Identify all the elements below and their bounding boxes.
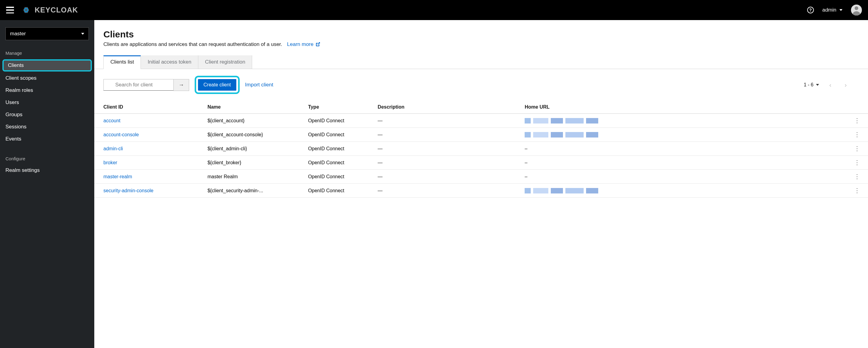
col-type: Type: [303, 101, 373, 114]
next-page-icon[interactable]: ›: [841, 82, 850, 89]
client-name: ${client_account-console}: [203, 128, 303, 142]
home-url-redacted: [525, 188, 841, 193]
client-name: master Realm: [203, 170, 303, 184]
kebab-menu-icon[interactable]: ⋮: [851, 187, 863, 194]
kebab-menu-icon[interactable]: ⋮: [851, 117, 863, 124]
client-id-link[interactable]: account-console: [103, 132, 139, 137]
sidebar-item-events[interactable]: Events: [0, 133, 94, 145]
home-url-empty: –: [525, 146, 527, 151]
table-row: account${client_account}OpenID Connect—⋮: [94, 114, 868, 128]
client-type: OpenID Connect: [303, 170, 373, 184]
user-name: admin: [823, 7, 836, 13]
client-name: ${client_broker}: [203, 156, 303, 170]
home-url-empty: –: [525, 160, 527, 165]
home-url-redacted: [525, 118, 841, 124]
client-description: —: [373, 184, 520, 198]
main-content: Clients Clients are applications and ser…: [94, 20, 868, 348]
client-type: OpenID Connect: [303, 142, 373, 156]
col-name: Name: [203, 101, 303, 114]
arrow-right-icon: →: [179, 82, 184, 88]
sidebar-item-realm-roles[interactable]: Realm roles: [0, 84, 94, 96]
home-url-redacted: [525, 132, 841, 137]
table-header-row: Client ID Name Type Description Home URL: [94, 101, 868, 114]
realm-name: master: [10, 31, 26, 37]
top-header: KEYCLOAK ? admin: [0, 0, 868, 20]
client-home-url: [520, 114, 846, 128]
sidebar-item-client-scopes[interactable]: Client scopes: [0, 72, 94, 84]
sidebar-item-sessions[interactable]: Sessions: [0, 121, 94, 133]
client-home-url: –: [520, 170, 846, 184]
chevron-down-icon: [839, 9, 842, 11]
toolbar: → Create client Import client 1 - 6 ‹ ›: [94, 69, 868, 101]
create-client-highlight: Create client: [195, 76, 240, 94]
keycloak-logo-text: KEYCLOAK: [35, 6, 78, 14]
client-name: ${client_account}: [203, 114, 303, 128]
sidebar-item-groups[interactable]: Groups: [0, 108, 94, 121]
client-name: ${client_security-admin-...: [203, 184, 303, 198]
chevron-down-icon: [816, 84, 819, 86]
help-icon[interactable]: ?: [807, 7, 814, 13]
client-id-link[interactable]: broker: [103, 160, 117, 165]
prev-page-icon[interactable]: ‹: [826, 82, 835, 89]
search-submit-button[interactable]: →: [173, 79, 189, 91]
client-home-url: [520, 184, 846, 198]
kebab-menu-icon[interactable]: ⋮: [851, 159, 863, 166]
client-home-url: –: [520, 142, 846, 156]
hamburger-menu-icon[interactable]: [6, 7, 14, 13]
page-title: Clients: [103, 29, 859, 39]
user-menu[interactable]: admin: [823, 7, 842, 13]
create-client-button[interactable]: Create client: [198, 79, 236, 91]
client-id-link[interactable]: account: [103, 118, 120, 123]
tab-clients-list[interactable]: Clients list: [103, 55, 141, 69]
table-row: account-console${client_account-console}…: [94, 128, 868, 142]
kebab-menu-icon[interactable]: ⋮: [851, 173, 863, 180]
client-description: —: [373, 170, 520, 184]
client-type: OpenID Connect: [303, 114, 373, 128]
table-row: master-realmmaster RealmOpenID Connect—–…: [94, 170, 868, 184]
tab-client-registration[interactable]: Client registration: [198, 55, 252, 69]
client-id-link[interactable]: security-admin-console: [103, 188, 154, 193]
table-row: broker${client_broker}OpenID Connect—–⋮: [94, 156, 868, 170]
import-client-link[interactable]: Import client: [245, 82, 273, 88]
sidebar: master Manage Clients Client scopes Real…: [0, 20, 94, 348]
client-home-url: –: [520, 156, 846, 170]
client-type: OpenID Connect: [303, 184, 373, 198]
section-label-configure: Configure: [0, 153, 94, 164]
realm-selector[interactable]: master: [5, 27, 89, 40]
table-row: admin-cli${client_admin-cli}OpenID Conne…: [94, 142, 868, 156]
kebab-menu-icon[interactable]: ⋮: [851, 131, 863, 138]
client-description: —: [373, 142, 520, 156]
table-row: security-admin-console${client_security-…: [94, 184, 868, 198]
client-id-link[interactable]: admin-cli: [103, 146, 123, 151]
keycloak-logo[interactable]: KEYCLOAK: [20, 4, 78, 16]
client-home-url: [520, 128, 846, 142]
sidebar-item-realm-settings[interactable]: Realm settings: [0, 164, 94, 177]
home-url-empty: –: [525, 174, 527, 179]
tab-initial-access-token[interactable]: Initial access token: [141, 55, 198, 69]
search-input[interactable]: [103, 79, 173, 91]
section-label-manage: Manage: [0, 48, 94, 59]
client-name: ${client_admin-cli}: [203, 142, 303, 156]
pagination[interactable]: 1 - 6: [804, 82, 819, 88]
client-description: —: [373, 128, 520, 142]
client-id-link[interactable]: master-realm: [103, 174, 132, 179]
page-description: Clients are applications and services th…: [103, 41, 859, 48]
client-description: —: [373, 114, 520, 128]
client-description: —: [373, 156, 520, 170]
col-description: Description: [373, 101, 520, 114]
kebab-menu-icon[interactable]: ⋮: [851, 145, 863, 152]
tabs: Clients list Initial access token Client…: [94, 55, 868, 69]
sidebar-item-clients[interactable]: Clients: [2, 59, 92, 71]
client-type: OpenID Connect: [303, 156, 373, 170]
avatar[interactable]: [851, 5, 862, 15]
keycloak-logo-icon: [20, 4, 32, 16]
sidebar-item-users[interactable]: Users: [0, 96, 94, 108]
col-home-url: Home URL: [520, 101, 846, 114]
client-type: OpenID Connect: [303, 128, 373, 142]
col-client-id: Client ID: [94, 101, 203, 114]
clients-table: Client ID Name Type Description Home URL…: [94, 101, 868, 198]
chevron-down-icon: [81, 33, 84, 35]
external-link-icon: [315, 42, 320, 47]
learn-more-link[interactable]: Learn more: [287, 41, 320, 48]
